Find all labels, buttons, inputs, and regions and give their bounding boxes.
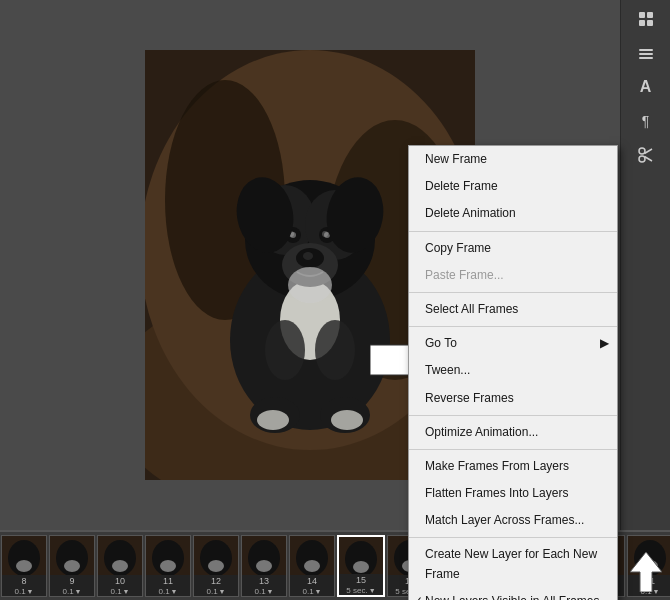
menu-divider bbox=[409, 415, 617, 416]
svg-point-60 bbox=[304, 560, 320, 572]
right-toolbar: A ¶ bbox=[620, 0, 670, 530]
chevron-down-icon: ▼ bbox=[75, 588, 82, 595]
menu-divider bbox=[409, 449, 617, 450]
frame-number: 12 bbox=[211, 575, 221, 587]
frame-number: 15 bbox=[356, 574, 366, 586]
menu-item-flatten-frames-into-layers[interactable]: Flatten Frames Into Layers bbox=[409, 480, 617, 507]
menu-divider bbox=[409, 292, 617, 293]
menu-divider bbox=[409, 537, 617, 538]
frame-thumbnail bbox=[194, 536, 238, 575]
menu-item-delete-frame[interactable]: Delete Frame bbox=[409, 173, 617, 200]
film-frame[interactable]: 13 0.1 ▼ bbox=[241, 535, 287, 597]
scroll-up-arrow[interactable] bbox=[630, 552, 662, 595]
menu-item-tween[interactable]: Tween... bbox=[409, 357, 617, 384]
frame-time: 0.1 ▼ bbox=[302, 587, 321, 596]
frame-number: 14 bbox=[307, 575, 317, 587]
svg-point-54 bbox=[208, 560, 224, 572]
chevron-down-icon: ▼ bbox=[267, 588, 274, 595]
menu-item-copy-frame[interactable]: Copy Frame bbox=[409, 235, 617, 262]
chevron-down-icon: ▼ bbox=[219, 588, 226, 595]
menu-item-reverse-frames[interactable]: Reverse Frames bbox=[409, 385, 617, 412]
svg-point-63 bbox=[353, 561, 369, 573]
scissors-icon[interactable] bbox=[628, 140, 664, 170]
menu-item-go-to[interactable]: Go To▶ bbox=[409, 330, 617, 357]
svg-point-35 bbox=[639, 148, 645, 154]
film-frame[interactable]: 11 0.1 ▼ bbox=[145, 535, 191, 597]
frame-thumbnail bbox=[290, 536, 334, 575]
menu-divider bbox=[409, 231, 617, 232]
frame-number: 8 bbox=[21, 575, 26, 587]
frame-number: 11 bbox=[163, 575, 173, 587]
svg-point-27 bbox=[315, 320, 355, 380]
film-frame[interactable]: 9 0.1 ▼ bbox=[49, 535, 95, 597]
menu-item-new-layers-visible[interactable]: ✓New Layers Visible in All Frames bbox=[409, 588, 617, 600]
frame-thumbnail bbox=[146, 536, 190, 575]
svg-point-23 bbox=[331, 410, 363, 430]
frame-time: 0.1 ▼ bbox=[158, 587, 177, 596]
layers-icon[interactable] bbox=[628, 38, 664, 68]
frame-number: 9 bbox=[69, 575, 74, 587]
submenu-arrow-icon: ▶ bbox=[600, 334, 609, 353]
svg-point-19 bbox=[288, 267, 332, 303]
chevron-down-icon: ▼ bbox=[123, 588, 130, 595]
chevron-down-icon: ▼ bbox=[27, 588, 34, 595]
filter-icon[interactable] bbox=[628, 4, 664, 34]
svg-rect-29 bbox=[647, 12, 653, 18]
svg-point-26 bbox=[265, 320, 305, 380]
frame-time: 0.1 ▼ bbox=[206, 587, 225, 596]
menu-item-create-new-layer[interactable]: Create New Layer for Each New Frame bbox=[409, 541, 617, 587]
menu-item-make-frames-from-layers[interactable]: Make Frames From Layers bbox=[409, 453, 617, 480]
svg-rect-28 bbox=[639, 12, 645, 18]
frame-time: 0.1 ▼ bbox=[110, 587, 129, 596]
film-frame[interactable]: 14 0.1 ▼ bbox=[289, 535, 335, 597]
svg-rect-30 bbox=[639, 20, 645, 26]
frame-number: 13 bbox=[259, 575, 269, 587]
menu-item-optimize-animation[interactable]: Optimize Animation... bbox=[409, 419, 617, 446]
svg-marker-82 bbox=[630, 552, 662, 592]
svg-rect-34 bbox=[639, 57, 653, 59]
menu-item-select-all-frames[interactable]: Select All Frames bbox=[409, 296, 617, 323]
svg-point-48 bbox=[112, 560, 128, 572]
menu-item-match-layer-across-frames[interactable]: Match Layer Across Frames... bbox=[409, 507, 617, 534]
checkmark-icon: ✓ bbox=[413, 592, 423, 600]
svg-point-42 bbox=[16, 560, 32, 572]
frame-thumbnail bbox=[339, 537, 383, 574]
frame-time: 0.1 ▼ bbox=[254, 587, 273, 596]
svg-point-57 bbox=[256, 560, 272, 572]
frame-thumbnail bbox=[242, 536, 286, 575]
text-icon[interactable]: A bbox=[628, 72, 664, 102]
svg-point-51 bbox=[160, 560, 176, 572]
svg-rect-33 bbox=[639, 53, 653, 55]
film-frame[interactable]: 15 5 sec. ▼ bbox=[337, 535, 385, 597]
svg-point-22 bbox=[257, 410, 289, 430]
svg-rect-31 bbox=[647, 20, 653, 26]
svg-point-45 bbox=[64, 560, 80, 572]
menu-item-delete-animation[interactable]: Delete Animation bbox=[409, 200, 617, 227]
menu-divider bbox=[409, 326, 617, 327]
context-menu: New FrameDelete FrameDelete AnimationCop… bbox=[408, 145, 618, 600]
svg-rect-32 bbox=[639, 49, 653, 51]
menu-item-paste-frame: Paste Frame... bbox=[409, 262, 617, 289]
menu-item-new-frame[interactable]: New Frame bbox=[409, 146, 617, 173]
frame-thumbnail bbox=[2, 536, 46, 575]
film-frame[interactable]: 10 0.1 ▼ bbox=[97, 535, 143, 597]
chevron-down-icon: ▼ bbox=[369, 587, 376, 594]
film-frame[interactable]: 8 0.1 ▼ bbox=[1, 535, 47, 597]
chevron-down-icon: ▼ bbox=[315, 588, 322, 595]
frame-time: 0.1 ▼ bbox=[14, 587, 33, 596]
chevron-down-icon: ▼ bbox=[171, 588, 178, 595]
frame-thumbnail bbox=[98, 536, 142, 575]
paragraph-icon[interactable]: ¶ bbox=[628, 106, 664, 136]
frame-number: 10 bbox=[115, 575, 125, 587]
frame-thumbnail bbox=[50, 536, 94, 575]
frame-time: 0.1 ▼ bbox=[62, 587, 81, 596]
svg-point-36 bbox=[639, 156, 645, 162]
frame-time: 5 sec. ▼ bbox=[346, 586, 375, 595]
svg-point-12 bbox=[303, 252, 313, 260]
film-frame[interactable]: 12 0.1 ▼ bbox=[193, 535, 239, 597]
